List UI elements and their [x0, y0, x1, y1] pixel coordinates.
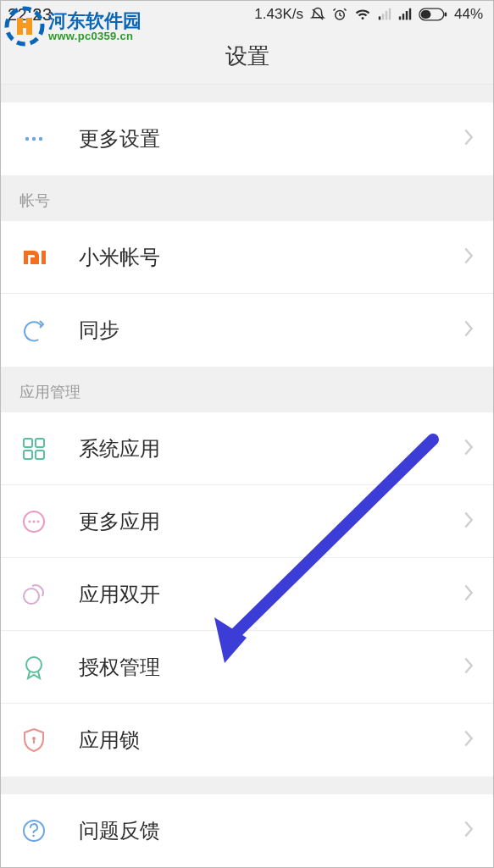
section-header-apps: 应用管理 — [1, 367, 493, 412]
chevron-right-icon — [463, 583, 475, 605]
row-more-apps[interactable]: 更多应用 — [1, 485, 493, 558]
badge-icon — [19, 653, 48, 682]
chevron-right-icon — [463, 128, 475, 150]
svg-rect-15 — [31, 257, 35, 264]
watermark-name: 河东软件园 — [48, 11, 142, 30]
svg-rect-8 — [409, 8, 411, 20]
chevron-right-icon — [463, 511, 475, 533]
watermark-url: www.pc0359.cn — [48, 30, 142, 42]
svg-rect-28 — [33, 739, 35, 744]
row-label: 系统应用 — [79, 435, 463, 462]
row-dual-apps[interactable]: 应用双开 — [1, 558, 493, 631]
row-mi-account[interactable]: 小米帐号 — [1, 221, 493, 294]
status-speed: 1.43K/s — [254, 6, 303, 23]
svg-rect-10 — [445, 13, 447, 17]
row-feedback[interactable]: 问题反馈 — [1, 794, 493, 867]
svg-rect-4 — [389, 8, 391, 20]
shield-lock-icon — [19, 726, 48, 755]
svg-rect-2 — [382, 14, 384, 19]
svg-rect-5 — [399, 17, 401, 20]
row-label: 小米帐号 — [79, 244, 463, 271]
svg-point-22 — [29, 520, 31, 522]
row-more-settings[interactable]: 更多设置 — [1, 102, 493, 175]
dual-circle-icon — [19, 580, 48, 609]
row-label: 同步 — [79, 317, 463, 344]
svg-rect-6 — [402, 14, 404, 19]
chevron-right-icon — [463, 729, 475, 751]
row-permissions[interactable]: 授权管理 — [1, 631, 493, 704]
svg-point-24 — [37, 520, 40, 522]
svg-point-25 — [24, 589, 39, 604]
chevron-right-icon — [463, 246, 475, 268]
svg-rect-34 — [17, 23, 32, 28]
row-label: 应用双开 — [79, 581, 463, 608]
spacer — [1, 777, 493, 794]
circle-more-icon — [19, 507, 48, 536]
chevron-right-icon — [463, 319, 475, 341]
row-label: 更多设置 — [79, 125, 463, 152]
svg-rect-17 — [24, 439, 32, 447]
help-icon — [19, 816, 48, 845]
svg-rect-11 — [421, 10, 431, 19]
chevron-right-icon — [463, 438, 475, 460]
status-right: 1.43K/s — [254, 6, 483, 23]
svg-point-14 — [39, 137, 42, 141]
row-sync[interactable]: 同步 — [1, 294, 493, 367]
row-label: 应用锁 — [79, 727, 463, 754]
svg-rect-20 — [36, 451, 44, 459]
row-label: 授权管理 — [79, 654, 463, 681]
grid-icon — [19, 434, 48, 463]
wifi-icon — [354, 7, 371, 22]
svg-point-12 — [25, 137, 29, 141]
sync-icon — [19, 316, 48, 345]
battery-icon — [419, 8, 447, 21]
svg-point-23 — [33, 520, 36, 522]
signal-2-icon — [398, 8, 412, 21]
svg-point-13 — [32, 137, 36, 141]
svg-rect-16 — [42, 251, 46, 264]
svg-rect-18 — [36, 439, 44, 447]
mi-logo-icon — [19, 243, 48, 272]
more-icon — [19, 124, 48, 153]
svg-rect-3 — [386, 11, 387, 19]
svg-rect-19 — [24, 451, 32, 459]
watermark: 河东软件园 www.pc0359.cn — [4, 6, 142, 47]
dnd-icon — [310, 7, 325, 22]
row-label: 问题反馈 — [79, 817, 463, 844]
watermark-logo-icon — [4, 6, 45, 47]
svg-point-30 — [32, 835, 35, 838]
chevron-right-icon — [463, 656, 475, 678]
alarm-icon — [332, 7, 347, 22]
spacer — [1, 85, 493, 102]
row-system-apps[interactable]: 系统应用 — [1, 412, 493, 485]
svg-point-26 — [26, 657, 42, 672]
row-label: 更多应用 — [79, 508, 463, 535]
chevron-right-icon — [463, 820, 475, 842]
status-battery-pct: 44% — [454, 6, 483, 23]
row-app-lock[interactable]: 应用锁 — [1, 704, 493, 777]
svg-rect-7 — [406, 11, 408, 19]
signal-1-icon — [378, 8, 391, 21]
svg-rect-1 — [379, 17, 380, 20]
section-header-account: 帐号 — [1, 175, 493, 221]
